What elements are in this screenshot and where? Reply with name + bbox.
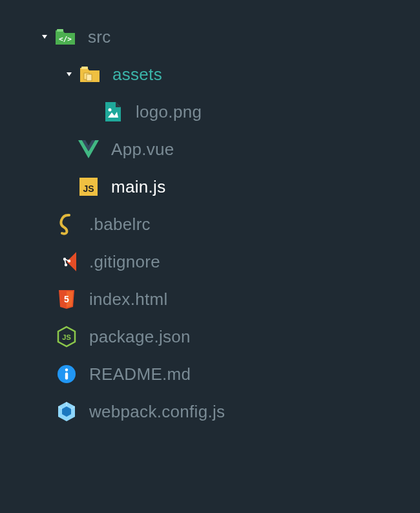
tree-item-logo[interactable]: logo.png <box>0 93 420 131</box>
expand-toggle-icon[interactable] <box>40 32 49 41</box>
svg-rect-27 <box>65 373 68 380</box>
svg-text:JS: JS <box>83 183 94 194</box>
svg-rect-4 <box>81 67 88 69</box>
svg-marker-0 <box>42 35 47 39</box>
tree-item-src[interactable]: </> src <box>0 18 420 56</box>
info-icon <box>56 363 78 385</box>
svg-text:JS: JS <box>62 333 70 341</box>
expand-toggle-icon[interactable] <box>65 70 74 79</box>
nodejs-icon: JS <box>56 326 78 348</box>
svg-text:5: 5 <box>64 294 69 304</box>
svg-marker-7 <box>116 102 121 107</box>
tree-item-packagejson[interactable]: JS package.json <box>0 318 420 355</box>
tree-item-mainjs[interactable]: JS main.js <box>0 168 420 205</box>
tree-item-assets[interactable]: assets <box>0 56 420 93</box>
tree-item-label: .babelrc <box>89 215 151 235</box>
svg-text:</>: </> <box>59 35 72 43</box>
svg-rect-6 <box>87 74 92 81</box>
webpack-icon <box>56 401 78 423</box>
tree-item-label: main.js <box>111 177 165 197</box>
tree-item-indexhtml[interactable]: 5 index.html <box>0 280 420 318</box>
svg-rect-1 <box>57 29 63 32</box>
folder-code-icon: </> <box>54 26 76 48</box>
tree-item-label: assets <box>112 65 162 85</box>
js-icon: JS <box>78 176 100 198</box>
tree-item-label: webpack.config.js <box>89 402 225 422</box>
svg-marker-3 <box>67 72 72 76</box>
folder-assets-icon <box>79 63 101 85</box>
tree-item-webpackconfig[interactable]: webpack.config.js <box>0 393 420 430</box>
tree-item-label: src <box>88 27 111 47</box>
tree-item-label: README.md <box>89 364 191 384</box>
tree-item-babelrc[interactable]: .babelrc <box>0 205 420 243</box>
vue-icon <box>78 138 100 160</box>
tree-item-gitignore[interactable]: .gitignore <box>0 243 420 280</box>
svg-point-8 <box>109 109 112 112</box>
tree-item-label: package.json <box>89 327 191 347</box>
tree-item-readme[interactable]: README.md <box>0 355 420 393</box>
git-icon <box>56 251 78 273</box>
babel-icon <box>56 213 78 235</box>
html5-icon: 5 <box>56 288 78 310</box>
tree-item-appvue[interactable]: App.vue <box>0 131 420 168</box>
tree-item-label: .gitignore <box>89 252 160 272</box>
tree-item-label: logo.png <box>136 102 202 122</box>
tree-item-label: App.vue <box>111 140 174 160</box>
image-file-icon <box>102 101 124 123</box>
svg-point-26 <box>65 368 68 371</box>
tree-item-label: index.html <box>89 289 168 309</box>
